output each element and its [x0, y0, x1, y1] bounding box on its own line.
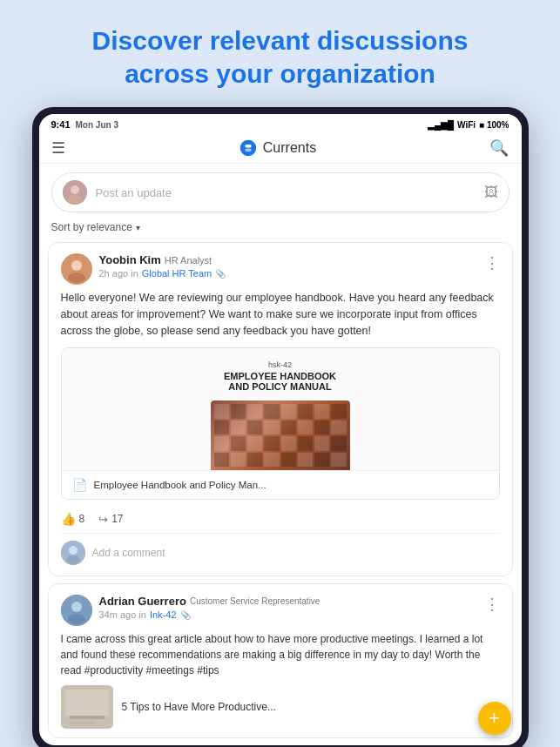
article-preview[interactable]: 5 Tips to Have More Productive... — [61, 685, 500, 729]
post-header-2: Adrian Guerrero Customer Service Represe… — [61, 595, 500, 626]
author-name-1: Yoobin Kim — [99, 253, 161, 266]
comment-row-1[interactable]: Add a comment — [61, 534, 500, 567]
post-box[interactable]: Post an update 🖼 — [51, 172, 509, 212]
replies-count: 17 — [111, 513, 123, 525]
author-row-1: Yoobin Kim HR Analyst 2h ago in Global H… — [61, 253, 226, 285]
hero-heading: Discover relevant discussions across you… — [57, 0, 503, 107]
attachment-icon-1: 📎 — [215, 269, 226, 279]
post-meta-2: Adrian Guerrero Customer Service Represe… — [99, 595, 320, 620]
more-options-2[interactable]: ⋮ — [484, 595, 500, 614]
user-avatar-post — [63, 180, 87, 205]
author-role-2: Customer Service Representative — [190, 596, 320, 606]
post-card-2: Adrian Guerrero Customer Service Represe… — [48, 583, 513, 738]
commenter-avatar — [61, 541, 85, 565]
status-bar: 9:41 Mon Jun 3 ▂▄▆█ WiFi ■ 100% — [39, 114, 522, 133]
post-body-1: Hello everyone! We are reviewing our emp… — [61, 290, 500, 339]
svg-point-4 — [71, 260, 82, 271]
attachment-icon-2: 📎 — [180, 610, 191, 620]
post-placeholder[interactable]: Post an update — [96, 186, 476, 199]
svg-point-7 — [69, 546, 78, 555]
wifi-icon: WiFi — [457, 120, 476, 130]
svg-rect-15 — [70, 722, 96, 724]
signal-icon: ▂▄▆█ — [428, 120, 454, 130]
doc-preview-inner: hsk-42 EMPLOYEE HANDBOOK AND POLICY MANU… — [62, 348, 499, 470]
tablet-screen: 9:41 Mon Jun 3 ▂▄▆█ WiFi ■ 100% ☰ Curren… — [39, 114, 522, 745]
article-thumbnail — [61, 685, 113, 729]
post-header-1: Yoobin Kim HR Analyst 2h ago in Global H… — [61, 253, 500, 285]
more-options-1[interactable]: ⋮ — [484, 253, 500, 273]
search-icon[interactable]: 🔍 — [489, 138, 509, 158]
menu-icon[interactable]: ☰ — [51, 138, 65, 158]
svg-point-11 — [68, 614, 85, 624]
reactions-row-1: 👍 8 ↪ 17 — [61, 508, 500, 534]
status-date: Mon Jun 3 — [76, 120, 118, 130]
fab-button[interactable]: + — [478, 702, 511, 735]
status-time: 9:41 — [51, 119, 71, 130]
app-bar: ☰ Currents 🔍 — [39, 133, 522, 164]
reply-icon: ↪ — [98, 513, 108, 526]
svg-rect-13 — [65, 690, 109, 716]
author-role-1: HR Analyst — [165, 255, 212, 266]
article-title: 5 Tips to Have More Productive... — [122, 701, 276, 713]
thumbs-up-icon: 👍 — [61, 512, 76, 526]
sort-label: Sort by relevance — [51, 221, 132, 233]
author-row-2: Adrian Guerrero Customer Service Represe… — [61, 595, 320, 626]
post-time-2: 34m ago in Ink-42 📎 — [99, 609, 320, 620]
status-icons: ▂▄▆█ WiFi ■ 100% — [428, 120, 509, 130]
battery-icon: ■ 100% — [479, 120, 509, 130]
post-meta-1: Yoobin Kim HR Analyst 2h ago in Global H… — [99, 253, 226, 279]
author-name-2: Adrian Guerrero — [99, 595, 186, 608]
author-avatar-2 — [61, 595, 92, 626]
doc-subtitle: hsk-42 — [76, 360, 485, 369]
svg-point-5 — [68, 273, 85, 283]
team-tag-2[interactable]: Ink-42 — [150, 609, 177, 620]
team-tag-1[interactable]: Global HR Team — [142, 268, 213, 279]
sort-row[interactable]: Sort by relevance ▾ — [39, 218, 522, 239]
tablet-device: 9:41 Mon Jun 3 ▂▄▆█ WiFi ■ 100% ☰ Curren… — [32, 107, 529, 747]
doc-preview-1[interactable]: hsk-42 EMPLOYEE HANDBOOK AND POLICY MANU… — [61, 347, 500, 500]
comment-placeholder: Add a comment — [92, 547, 165, 559]
currents-logo-icon — [239, 138, 258, 158]
doc-name: Employee Handbook and Policy Man... — [94, 480, 267, 490]
svg-rect-14 — [70, 716, 105, 719]
likes-reaction[interactable]: 👍 8 — [61, 512, 85, 526]
sort-chevron-icon: ▾ — [136, 223, 140, 232]
svg-point-1 — [71, 185, 79, 194]
replies-reaction[interactable]: ↪ 17 — [98, 513, 123, 526]
post-card-1: Yoobin Kim HR Analyst 2h ago in Global H… — [48, 242, 513, 576]
app-bar-center: Currents — [239, 138, 316, 158]
likes-count: 8 — [79, 513, 85, 525]
post-time-1: 2h ago in Global HR Team 📎 — [99, 268, 226, 279]
app-name: Currents — [263, 140, 316, 156]
doc-icon: 📄 — [72, 478, 87, 492]
post-body-2: I came across this great article about h… — [61, 631, 500, 678]
doc-image — [211, 400, 350, 470]
image-upload-icon[interactable]: 🖼 — [484, 185, 498, 200]
doc-title: EMPLOYEE HANDBOOK AND POLICY MANUAL — [76, 371, 485, 392]
svg-point-10 — [71, 602, 82, 612]
svg-point-2 — [68, 195, 82, 204]
doc-footer: 📄 Employee Handbook and Policy Man... — [62, 470, 499, 499]
author-avatar-1 — [61, 253, 92, 285]
svg-point-8 — [66, 555, 80, 564]
